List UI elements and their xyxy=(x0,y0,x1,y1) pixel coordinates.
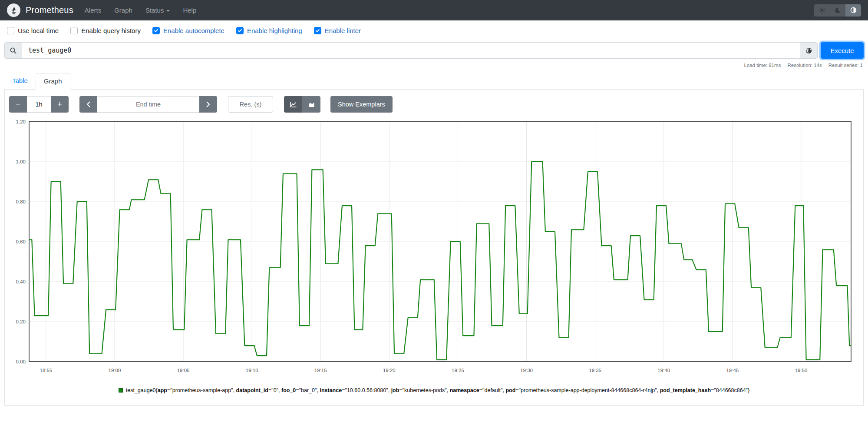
nav-links: Alerts Graph Status Help xyxy=(85,7,196,14)
svg-text:0.20: 0.20 xyxy=(16,319,26,324)
stacked-chart-button[interactable] xyxy=(302,96,320,113)
svg-text:18:55: 18:55 xyxy=(40,368,53,373)
brand-link[interactable]: Prometheus xyxy=(7,3,73,17)
checkbox-enable-highlighting[interactable]: Enable highlighting xyxy=(236,27,302,34)
svg-text:0.00: 0.00 xyxy=(16,359,26,364)
svg-text:19:00: 19:00 xyxy=(109,368,121,373)
tab-table[interactable]: Table xyxy=(4,73,36,89)
auto-theme-button[interactable] xyxy=(845,4,861,17)
query-input-group xyxy=(4,42,818,59)
end-time-input[interactable] xyxy=(97,96,199,113)
search-icon xyxy=(5,43,22,58)
light-theme-button[interactable] xyxy=(814,4,830,17)
checkbox-enable-autocomplete[interactable]: Enable autocomplete xyxy=(152,27,224,34)
chart-area: 18:5519:0019:0519:1019:1519:2019:2519:30… xyxy=(5,117,863,377)
resolution-input[interactable] xyxy=(228,96,273,113)
line-chart-icon xyxy=(290,101,297,108)
range-control-group: − + xyxy=(9,96,69,113)
range-decrease-button[interactable]: − xyxy=(9,96,27,113)
tab-graph[interactable]: Graph xyxy=(36,73,70,90)
svg-text:0.80: 0.80 xyxy=(16,199,26,204)
load-time-stat: Load time: 91ms xyxy=(744,63,781,68)
time-control-group xyxy=(79,96,217,113)
dark-theme-button[interactable] xyxy=(830,4,845,17)
nav-item-help[interactable]: Help xyxy=(183,7,196,14)
result-tabs: Table Graph xyxy=(4,73,864,90)
nav-item-graph[interactable]: Graph xyxy=(114,7,132,14)
svg-text:0.40: 0.40 xyxy=(16,279,26,284)
execute-button[interactable]: Execute xyxy=(821,42,864,59)
time-back-button[interactable] xyxy=(79,96,97,113)
svg-text:19:25: 19:25 xyxy=(452,368,464,373)
contrast-icon xyxy=(850,7,857,13)
show-exemplars-button[interactable]: Show Exemplars xyxy=(330,96,393,113)
checkbox-checked-icon xyxy=(152,27,160,34)
resolution-stat: Resolution: 14s xyxy=(787,63,822,68)
prometheus-logo-icon xyxy=(7,3,20,17)
svg-text:19:05: 19:05 xyxy=(177,368,190,373)
query-stats: Load time: 91ms Resolution: 14s Result s… xyxy=(5,63,863,68)
svg-text:19:15: 19:15 xyxy=(314,368,327,373)
svg-text:1.20: 1.20 xyxy=(16,119,26,124)
checkbox-use-local-time[interactable]: Use local time xyxy=(7,27,59,34)
chart-plot[interactable]: 18:5519:0019:0519:1019:1519:2019:2519:30… xyxy=(5,117,856,377)
checkbox-checked-icon xyxy=(314,27,321,34)
checkbox-icon xyxy=(7,27,14,34)
chevron-right-icon xyxy=(206,101,211,108)
globe-icon xyxy=(805,47,812,54)
svg-text:19:35: 19:35 xyxy=(589,368,601,373)
query-expression-input[interactable] xyxy=(22,43,800,58)
series-label: test_gauge0{app="prometheus-sample-app",… xyxy=(126,387,749,393)
svg-text:19:30: 19:30 xyxy=(520,368,533,373)
app-title: Prometheus xyxy=(26,5,73,15)
chevron-left-icon xyxy=(86,101,91,108)
svg-text:1.00: 1.00 xyxy=(16,159,26,164)
moon-icon xyxy=(835,7,841,13)
sun-icon xyxy=(819,7,825,13)
area-chart-icon xyxy=(308,101,315,108)
line-chart-button[interactable] xyxy=(284,96,302,113)
chevron-down-icon xyxy=(166,10,170,12)
nav-item-status[interactable]: Status xyxy=(145,7,170,14)
svg-text:19:10: 19:10 xyxy=(246,368,258,373)
options-row: Use local time Enable query history Enab… xyxy=(0,20,868,40)
checkbox-icon xyxy=(70,27,78,34)
series-swatch-icon xyxy=(119,388,123,393)
graph-controls: − + Show Exemplars xyxy=(9,96,863,113)
result-series-stat: Result series: 1 xyxy=(828,63,863,68)
theme-toggle-group xyxy=(814,4,861,17)
range-increase-button[interactable]: + xyxy=(51,96,69,113)
checkbox-enable-query-history[interactable]: Enable query history xyxy=(70,27,141,34)
range-input[interactable] xyxy=(27,96,51,113)
checkbox-checked-icon xyxy=(236,27,244,34)
metrics-explorer-button[interactable] xyxy=(800,43,817,58)
nav-item-alerts[interactable]: Alerts xyxy=(85,7,101,14)
legend: test_gauge0{app="prometheus-sample-app",… xyxy=(5,387,863,393)
svg-text:19:40: 19:40 xyxy=(657,368,670,373)
graph-panel: − + Show Exemplars 18:5519:0019:0519:101… xyxy=(4,90,864,406)
time-forward-button[interactable] xyxy=(199,96,217,113)
chart-type-toggle xyxy=(284,96,320,113)
navbar: Prometheus Alerts Graph Status Help xyxy=(0,0,868,20)
checkbox-enable-linter[interactable]: Enable linter xyxy=(314,27,361,34)
svg-text:19:45: 19:45 xyxy=(726,368,739,373)
svg-text:19:50: 19:50 xyxy=(795,368,808,373)
svg-text:19:20: 19:20 xyxy=(383,368,396,373)
query-bar: Execute xyxy=(4,42,864,59)
svg-text:0.60: 0.60 xyxy=(16,239,26,244)
